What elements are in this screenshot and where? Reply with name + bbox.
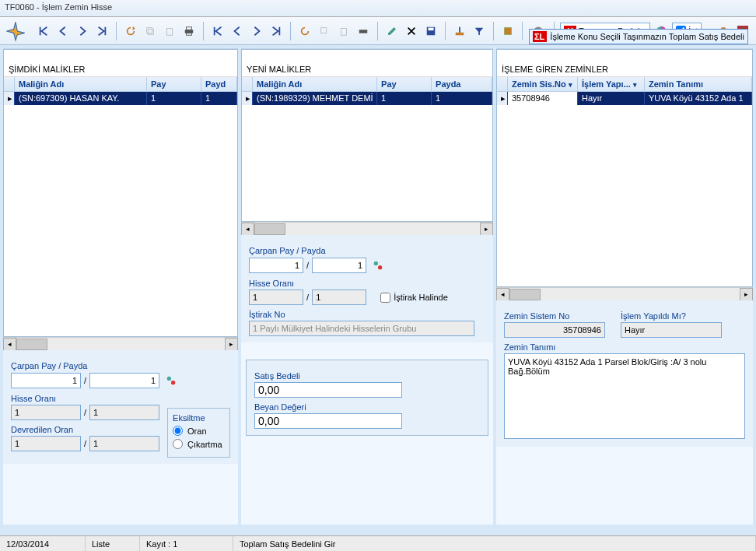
hisse-label: Hisse Oranı [11, 394, 159, 403]
nav-next-icon[interactable] [74, 23, 91, 40]
left-hscroll[interactable]: ◂ ▸ [3, 337, 238, 350]
istirak-no-label: İştirak No [249, 310, 485, 319]
tanim-textarea[interactable] [504, 353, 745, 439]
mid-carpan-action-icon[interactable] [369, 257, 387, 274]
svg-rect-12 [505, 27, 512, 34]
nav2-next-icon[interactable] [248, 23, 265, 40]
tool1-icon[interactable] [451, 23, 468, 40]
nav-last-icon[interactable] [93, 23, 110, 40]
app-logo-icon [5, 20, 26, 42]
beyan-degeri-input[interactable] [254, 413, 402, 429]
istirak-halinde-checkbox[interactable] [380, 293, 390, 303]
left-grid-title: ŞİMDİKİ MALİKLER [4, 62, 237, 77]
eksiltme-label: Eksiltme [173, 413, 225, 423]
dropdown-icon[interactable]: ▾ [633, 81, 637, 89]
yapildi-label: İşlem Yapıldı Mı? [621, 311, 722, 321]
delete-icon[interactable] [403, 23, 420, 40]
dev-payda-input[interactable] [89, 436, 159, 451]
yapildi-input [621, 322, 722, 338]
svg-rect-3 [187, 26, 192, 30]
nav2-last-icon[interactable] [268, 23, 285, 40]
svg-point-22 [374, 261, 378, 265]
status-bar: 12/03/2014 Liste Kayıt : 1 Toplam Satış … [0, 535, 756, 551]
mid-grid-row[interactable]: ▸ (SN:1989329) MEHMET DEMİ 1 1 [242, 92, 492, 105]
devredilen-label: Devredilen Oran [11, 425, 159, 434]
copy-icon[interactable] [142, 23, 159, 40]
right-grid-header: Zemin Sis.No ▾ İşlem Yapı... ▾ Zemin Tan… [497, 77, 752, 92]
svg-rect-1 [148, 29, 153, 34]
satis-bedeli-input[interactable] [254, 382, 402, 398]
status-kayit: Kayıt : 1 [140, 536, 233, 551]
right-grid-title: İŞLEME GİREN ZEMİNLER [497, 62, 752, 77]
sisno-label: Zemin Sistem No [504, 311, 605, 321]
mid-carpan-label: Çarpan Pay / Payda [249, 246, 485, 255]
carpan-label: Çarpan Pay / Payda [11, 361, 230, 370]
svg-rect-0 [147, 27, 152, 33]
mid-hscroll[interactable]: ◂▸ [241, 222, 493, 235]
refresh-icon[interactable] [122, 23, 139, 40]
status-message: Toplam Satış Bedelini Gir [233, 536, 756, 551]
filter-icon[interactable] [471, 23, 488, 40]
hisse-pay-input[interactable] [11, 405, 81, 420]
oran-radio[interactable] [173, 426, 183, 436]
svg-point-23 [378, 265, 382, 269]
right-hscroll[interactable]: ◂▸ [496, 287, 753, 300]
edit-icon[interactable] [383, 23, 401, 40]
dev-pay-input[interactable] [11, 436, 81, 451]
left-grid-row[interactable]: ▸ (SN:697309) HASAN KAY. 1 1 [4, 92, 237, 105]
carpan-pay-input[interactable] [11, 373, 81, 388]
svg-rect-6 [321, 27, 327, 33]
right-grid-row[interactable]: ▸ 35708946 Hayır YUVA Köyü 43152 Ada 1 [497, 92, 752, 105]
scroll-right-icon[interactable]: ▸ [225, 338, 238, 351]
svg-point-21 [171, 381, 175, 384]
mid-carpan-payda-input[interactable] [312, 258, 366, 273]
istirak-no-input [249, 321, 474, 336]
beyan-label: Beyan Değeri [254, 402, 480, 412]
satis-label: Satış Bedeli [254, 371, 480, 381]
sisno-input [504, 322, 605, 338]
mid-hisse-payda-input[interactable] [312, 290, 366, 305]
refresh2-icon[interactable] [296, 23, 313, 40]
cikartma-radio[interactable] [173, 439, 183, 449]
carpan-action-icon[interactable] [163, 372, 180, 389]
svg-point-20 [167, 377, 171, 381]
copy2-icon[interactable] [316, 23, 333, 40]
nav-first-icon[interactable] [35, 23, 52, 40]
dropdown-icon[interactable]: ▾ [569, 81, 572, 89]
svg-rect-7 [341, 28, 347, 35]
tooltip: ΣL İşleme Konu Seçili Taşınmazın Toplam … [529, 29, 748, 44]
scroll-left-icon[interactable]: ◂ [3, 338, 16, 351]
mid-hisse-pay-input[interactable] [249, 290, 303, 305]
svg-rect-8 [359, 30, 368, 33]
paste2-icon[interactable] [335, 23, 352, 40]
svg-rect-2 [167, 28, 173, 35]
window-title: TF0060 - İşlem Zemin Hisse [0, 0, 756, 17]
svg-rect-4 [185, 30, 194, 33]
tanim-label: Zemin Tanımı [504, 342, 745, 352]
print-icon[interactable] [180, 23, 198, 40]
save-icon[interactable] [422, 23, 439, 40]
svg-text:ΣL: ΣL [534, 32, 545, 41]
mid-grid-title: YENİ MALİKLER [242, 62, 492, 77]
status-mode: Liste [86, 536, 140, 551]
row-indicator-icon: ▸ [4, 92, 15, 105]
status-date: 12/03/2014 [0, 536, 86, 551]
carpan-payda-input[interactable] [89, 373, 159, 388]
tool2-icon[interactable] [499, 23, 516, 40]
hisse-payda-input[interactable] [89, 405, 159, 420]
print2-icon[interactable] [355, 23, 372, 40]
left-grid-header: Maliğin Adı Pay Payd [4, 77, 237, 92]
mid-carpan-pay-input[interactable] [249, 258, 303, 273]
svg-rect-10 [429, 27, 434, 30]
paste-icon[interactable] [161, 23, 178, 40]
svg-rect-11 [456, 32, 464, 35]
nav2-first-icon[interactable] [209, 23, 226, 40]
mid-hisse-label: Hisse Oranı [249, 279, 485, 288]
svg-rect-5 [187, 33, 192, 35]
nav-prev-icon[interactable] [54, 23, 72, 40]
nav2-prev-icon[interactable] [229, 23, 246, 40]
mid-grid-header: Maliğin Adı Pay Payda [242, 77, 492, 92]
